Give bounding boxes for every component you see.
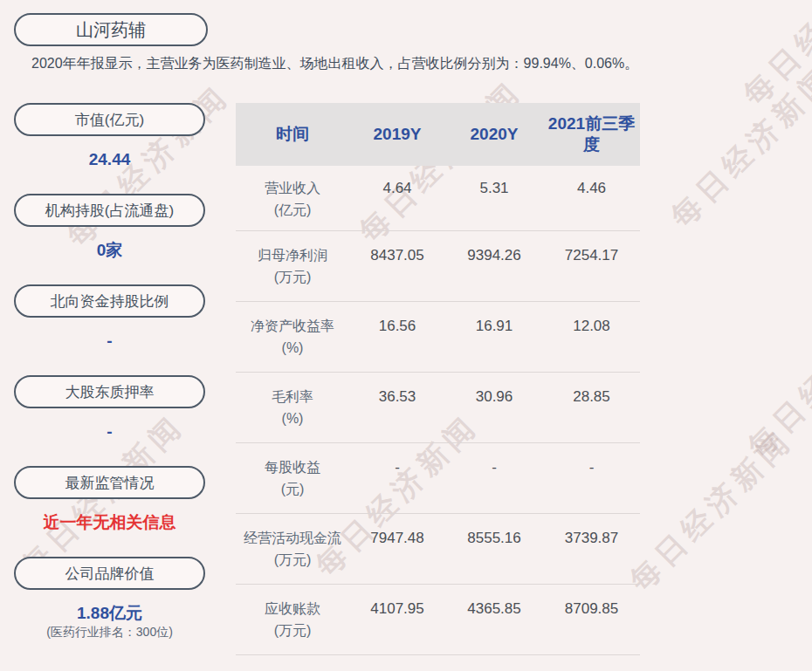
metric-label: 公司品牌价值 xyxy=(65,564,155,584)
row-unit: (%) xyxy=(236,337,349,359)
column-header: 2019Y xyxy=(349,124,445,145)
table-row: 应收账款(万元)4107.954365.858709.85 xyxy=(236,585,640,655)
table-row: 经营活动现金流(万元)7947.488555.163739.87 xyxy=(236,514,640,585)
row-label-cell: 归母净利润(万元) xyxy=(236,244,349,301)
row-unit: (万元) xyxy=(236,549,349,571)
column-header-label: 2021前三季度 xyxy=(548,113,636,155)
table-row: 每股收益(元)--- xyxy=(236,443,640,514)
metric-label-pill: 机构持股(占流通盘) xyxy=(14,194,205,227)
row-value: 4.64 xyxy=(349,177,445,230)
column-header: 时间 xyxy=(236,124,349,145)
metric-label: 北向资金持股比例 xyxy=(51,291,169,312)
row-label-cell: 每股收益(元) xyxy=(236,456,349,513)
metric-subtext: (医药行业排名：300位) xyxy=(14,625,205,640)
column-header-label: 时间 xyxy=(276,124,309,145)
metric-label: 机构持股(占流通盘) xyxy=(45,201,174,221)
row-value: 8709.85 xyxy=(543,598,640,654)
metric-item: 公司品牌价值1.88亿元(医药行业排名：300位) xyxy=(14,557,205,647)
row-value: - xyxy=(445,456,543,513)
table-header-row: 时间2019Y2020Y2021前三季度 xyxy=(236,103,640,166)
metric-label-pill: 最新监管情况 xyxy=(14,466,205,499)
row-value: 7254.17 xyxy=(543,244,640,301)
row-value: 3739.87 xyxy=(543,527,640,584)
row-value: 8437.05 xyxy=(349,244,445,301)
row-unit: (万元) xyxy=(236,620,349,641)
metric-item: 北向资金持股比例- xyxy=(14,284,205,375)
row-unit: (亿元) xyxy=(236,199,349,221)
column-header: 2020Y xyxy=(445,124,543,145)
table-row: 毛利率(%)36.5330.9628.85 xyxy=(236,373,640,443)
row-unit: (万元) xyxy=(236,266,349,288)
metric-label-pill: 北向资金持股比例 xyxy=(14,284,205,318)
row-value: 28.85 xyxy=(543,386,640,442)
column-header-label: 2020Y xyxy=(471,124,519,145)
financial-table: 时间2019Y2020Y2021前三季度 营业收入(亿元)4.645.314.4… xyxy=(236,103,640,655)
row-value: 5.31 xyxy=(445,177,543,230)
metric-label: 市值(亿元) xyxy=(75,110,144,130)
watermark-text: 每日经济新闻 xyxy=(622,421,802,600)
table-body: 营业收入(亿元)4.645.314.46归母净利润(万元)8437.059394… xyxy=(236,166,640,655)
column-header: 2021前三季度 xyxy=(543,113,640,155)
row-value: 4.46 xyxy=(543,177,640,230)
row-label: 净资产收益率 xyxy=(236,315,349,337)
row-value: 8555.16 xyxy=(445,527,543,584)
metric-item: 市值(亿元)24.44 xyxy=(14,103,205,194)
metric-item: 大股东质押率- xyxy=(14,375,205,466)
row-value: 4365.85 xyxy=(445,598,543,654)
row-value: 36.53 xyxy=(349,386,445,442)
row-label: 毛利率 xyxy=(236,386,349,407)
metric-value: 0家 xyxy=(14,240,205,261)
table-row: 营业收入(亿元)4.645.314.46 xyxy=(236,166,640,231)
metric-value: - xyxy=(14,331,205,352)
metric-label: 最新监管情况 xyxy=(65,473,155,493)
metrics-sidebar: 市值(亿元)24.44机构持股(占流通盘)0家北向资金持股比例-大股东质押率-最… xyxy=(14,103,205,647)
row-value: 7947.48 xyxy=(349,527,445,584)
row-value: 4107.95 xyxy=(349,598,445,654)
row-value: 16.56 xyxy=(349,315,445,372)
company-name: 山河药辅 xyxy=(76,18,146,42)
row-unit: (元) xyxy=(236,478,349,500)
row-label-cell: 经营活动现金流(万元) xyxy=(236,527,349,584)
financial-infographic-card: 每日经济新闻每日经济新闻每日经济新闻每日经济新闻每日经济新闻每日经济新闻每日经济… xyxy=(0,0,812,671)
row-label: 每股收益 xyxy=(236,456,349,478)
metric-item: 最新监管情况近一年无相关信息 xyxy=(14,466,205,557)
watermark-text: 每日经济新闻 xyxy=(740,287,812,467)
column-header-label: 2019Y xyxy=(374,124,422,145)
table-row: 净资产收益率(%)16.5616.9112.08 xyxy=(236,302,640,373)
row-label-cell: 毛利率(%) xyxy=(236,386,349,442)
row-label: 归母净利润 xyxy=(236,244,349,266)
metric-label-pill: 公司品牌价值 xyxy=(14,557,205,590)
row-value: - xyxy=(349,456,445,513)
row-value: 9394.26 xyxy=(445,244,543,301)
row-value: 12.08 xyxy=(543,315,640,372)
row-value: 30.96 xyxy=(445,386,543,442)
metric-value: 1.88亿元 xyxy=(14,603,205,624)
metric-value: 24.44 xyxy=(14,149,205,170)
metric-value: 近一年无相关信息 xyxy=(14,512,205,533)
row-unit: (%) xyxy=(236,407,349,429)
table-row: 归母净利润(万元)8437.059394.267254.17 xyxy=(236,231,640,302)
row-label-cell: 营业收入(亿元) xyxy=(236,177,349,230)
business-summary-text: 2020年年报显示，主营业务为医药制造业、场地出租收入，占营收比例分别为：99.… xyxy=(31,55,802,73)
row-label-cell: 应收账款(万元) xyxy=(236,598,349,654)
row-label: 营业收入 xyxy=(236,177,349,199)
company-name-pill: 山河药辅 xyxy=(14,13,208,46)
metric-label-pill: 大股东质押率 xyxy=(14,375,205,408)
watermark-text: 每日经济新闻 xyxy=(663,57,812,236)
row-label: 经营活动现金流 xyxy=(236,527,349,549)
row-label-cell: 净资产收益率(%) xyxy=(236,315,349,372)
metric-value: - xyxy=(14,421,205,442)
metric-label: 大股东质押率 xyxy=(65,382,155,402)
metric-label-pill: 市值(亿元) xyxy=(14,103,205,136)
row-value: - xyxy=(543,456,640,513)
row-value: 16.91 xyxy=(445,315,543,372)
row-label: 应收账款 xyxy=(236,598,349,620)
metric-item: 机构持股(占流通盘)0家 xyxy=(14,194,205,284)
